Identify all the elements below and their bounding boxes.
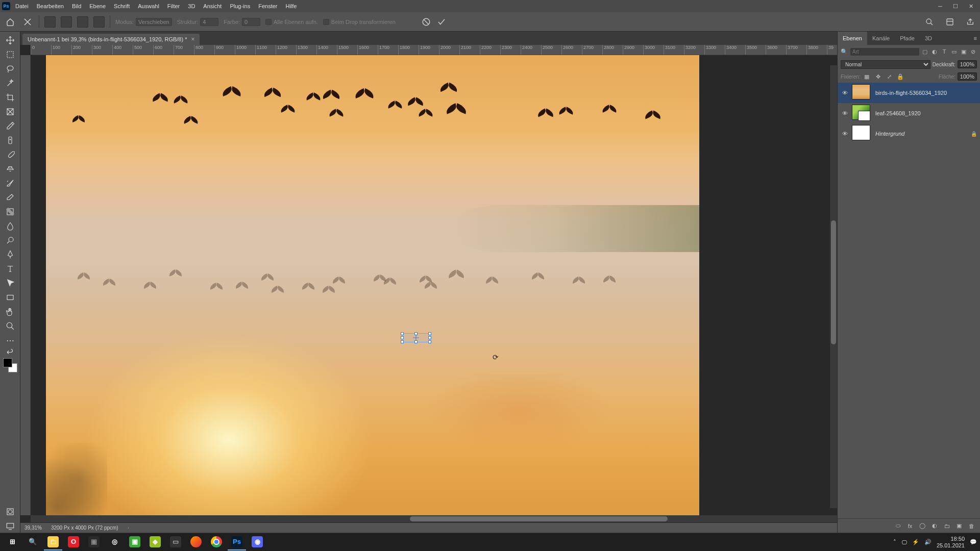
search-icon[interactable]	[924, 16, 935, 28]
taskbar-epic[interactable]: ▣	[85, 534, 103, 550]
opacity-value[interactable]: 100%	[958, 60, 977, 68]
gradient-tool[interactable]	[2, 205, 18, 218]
layer-fx-icon[interactable]: fx	[905, 521, 915, 531]
blur-tool[interactable]	[2, 219, 18, 233]
tab-pfade[interactable]: Pfade	[895, 32, 920, 45]
taskbar-app-lime[interactable]: ◆	[146, 534, 164, 550]
layer-row[interactable]: 👁leaf-254608_1920	[838, 103, 980, 123]
quickmask-toggle[interactable]	[2, 505, 18, 518]
layer-name[interactable]: leaf-254608_1920	[875, 110, 977, 116]
menu-fenster[interactable]: Fenster	[254, 0, 281, 12]
tray-network-icon[interactable]: ⚡	[912, 539, 919, 545]
taskbar-app-cam[interactable]: ▭	[166, 534, 185, 550]
layer-visibility-icon[interactable]: 👁	[841, 89, 849, 97]
frame-tool[interactable]	[2, 105, 18, 118]
transform-handle-w[interactable]	[401, 336, 404, 339]
taskbar-clock[interactable]: 18:50 25.01.2021	[937, 536, 965, 548]
taskbar-explorer[interactable]: 🗀	[44, 534, 62, 550]
tray-chevron-icon[interactable]: ˄	[893, 539, 896, 545]
eraser-tool[interactable]	[2, 191, 18, 204]
filter-adjust-icon[interactable]: ◐	[931, 47, 939, 56]
fill-value[interactable]: 100%	[958, 72, 977, 81]
cancel-transform-icon[interactable]	[421, 17, 431, 27]
taskbar-app-green[interactable]: ▣	[126, 534, 144, 550]
layer-thumbnail[interactable]	[852, 84, 870, 99]
filter-toggle-icon[interactable]: ⊘	[969, 47, 977, 56]
lock-artboard-icon[interactable]: ⤢	[885, 72, 894, 81]
more-tools[interactable]: ⋯	[2, 334, 18, 347]
delete-layer-icon[interactable]: 🗑	[967, 521, 976, 531]
transform-handle-ne[interactable]	[428, 332, 431, 335]
lock-pixels-icon[interactable]: ▦	[862, 72, 871, 81]
transform-handle-se[interactable]	[428, 340, 431, 343]
new-layer-icon[interactable]: ▣	[954, 521, 964, 531]
menu-datei[interactable]: Datei	[11, 0, 33, 12]
source-alpha-icon[interactable]	[44, 16, 56, 28]
tray-volume-icon[interactable]: 🔊	[924, 539, 932, 545]
filter-smart-icon[interactable]: ▣	[960, 47, 967, 56]
taskbar-discord[interactable]: ◉	[248, 534, 266, 550]
taskbar-search-icon[interactable]: 🔍	[23, 534, 42, 550]
filter-type-icon[interactable]: T	[941, 47, 948, 56]
hand-tool[interactable]	[2, 305, 18, 318]
type-tool[interactable]	[2, 262, 18, 276]
layer-name[interactable]: birds-in-flight-5366034_1920	[875, 90, 977, 96]
swap-colors-icon[interactable]	[2, 348, 18, 355]
tray-monitor-icon[interactable]: 🖵	[901, 539, 907, 545]
foreground-color-swatch[interactable]	[3, 358, 12, 367]
move-tool[interactable]	[2, 34, 18, 47]
share-icon[interactable]	[965, 16, 976, 28]
zoom-level[interactable]: 39,31%	[24, 525, 42, 531]
transform-bounding-box[interactable]	[402, 333, 430, 342]
screenmode-toggle[interactable]	[2, 519, 18, 533]
lasso-tool[interactable]	[2, 62, 18, 76]
rect-marquee-tool[interactable]	[2, 48, 18, 61]
layer-mask-icon[interactable]: ◯	[918, 521, 927, 531]
menu-auswahl[interactable]: Auswahl	[134, 0, 163, 12]
layer-filter-input[interactable]	[850, 48, 919, 56]
tray-notifications-icon[interactable]: 💬	[970, 539, 977, 545]
crop-tool[interactable]	[2, 91, 18, 104]
vertical-scrollbar[interactable]	[830, 65, 837, 508]
lock-all-icon[interactable]: 🔒	[896, 72, 905, 81]
window-minimize[interactable]: ─	[933, 1, 947, 11]
start-button[interactable]: ⊞	[3, 534, 21, 550]
target-icon[interactable]	[93, 16, 105, 28]
lock-position-icon[interactable]: ✥	[873, 72, 883, 81]
healing-brush-tool[interactable]	[2, 134, 18, 147]
filter-search-icon[interactable]: 🔍	[841, 47, 848, 56]
home-button[interactable]	[4, 16, 16, 28]
zoom-tool[interactable]	[2, 319, 18, 333]
horizontal-scrollbar[interactable]	[31, 515, 837, 522]
layer-mask-thumbnail[interactable]	[858, 111, 870, 121]
tab-ebenen[interactable]: Ebenen	[838, 32, 867, 45]
brush-tool[interactable]	[2, 148, 18, 161]
taskbar-opera[interactable]: O	[64, 534, 83, 550]
menu-3d[interactable]: 3D	[184, 0, 199, 12]
window-maximize[interactable]: ☐	[948, 1, 963, 11]
menu-filter[interactable]: Filter	[163, 0, 184, 12]
taskbar-firefox[interactable]	[187, 534, 205, 550]
filter-shape-icon[interactable]: ▭	[950, 47, 958, 56]
transform-handle-nw[interactable]	[401, 332, 404, 335]
color-swatches[interactable]	[3, 358, 17, 372]
tab-3d[interactable]: 3D	[920, 32, 937, 45]
menu-schrift[interactable]: Schrift	[110, 0, 134, 12]
filter-image-icon[interactable]: ▢	[921, 47, 929, 56]
tab-kanäle[interactable]: Kanäle	[867, 32, 895, 45]
rectangle-tool[interactable]	[2, 291, 18, 304]
layer-visibility-icon[interactable]: 👁	[841, 130, 849, 138]
document-tab[interactable]: Unbenannt-1 bei 39,3% (birds-in-flight-5…	[22, 34, 200, 45]
commit-transform-icon[interactable]	[436, 17, 447, 27]
panel-menu-icon[interactable]: ≡	[971, 35, 980, 41]
layer-row[interactable]: 👁birds-in-flight-5366034_1920	[838, 83, 980, 103]
menu-ansicht[interactable]: Ansicht	[199, 0, 226, 12]
canvas[interactable]: ⟳	[31, 55, 837, 515]
sample-icon[interactable]	[77, 16, 88, 28]
layer-thumbnail[interactable]	[852, 125, 870, 140]
dodge-tool[interactable]	[2, 234, 18, 247]
menu-bearbeiten[interactable]: Bearbeiten	[33, 0, 68, 12]
workspace-icon[interactable]	[944, 16, 955, 28]
window-close[interactable]: ✕	[964, 1, 978, 11]
magic-wand-tool[interactable]	[2, 77, 18, 90]
